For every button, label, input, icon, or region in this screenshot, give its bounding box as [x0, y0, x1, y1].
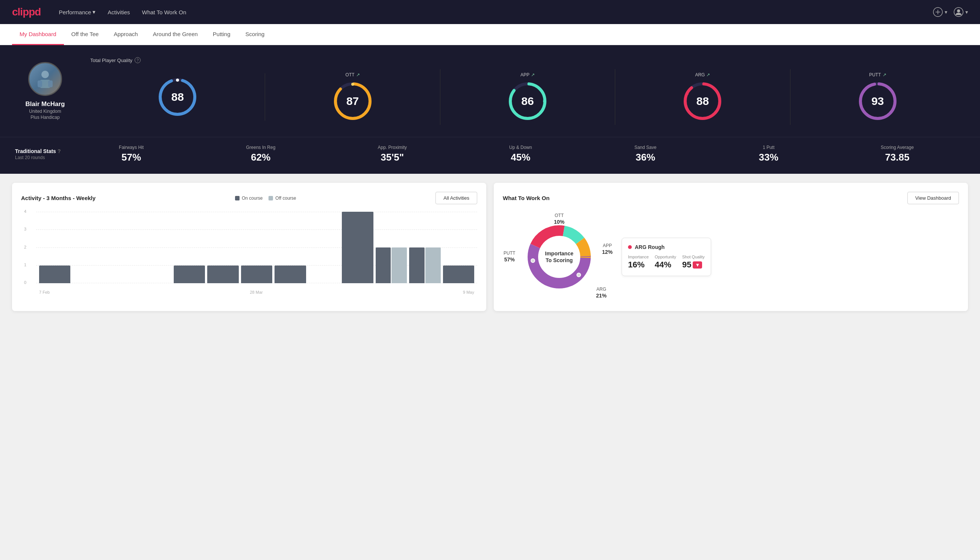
trad-help-icon[interactable]: ?	[58, 148, 61, 154]
trad-stat-sandsave: Sand Save 36%	[634, 145, 657, 163]
svg-point-30	[577, 273, 581, 277]
tab-off-the-tee[interactable]: Off the Tee	[64, 24, 106, 45]
bar-group-10	[376, 247, 407, 283]
legend-on-course: On course	[235, 195, 263, 201]
player-name: Blair McHarg	[26, 100, 65, 108]
bar-group-5	[207, 265, 238, 283]
donut-svg: Importance To Scoring	[522, 219, 597, 295]
svg-rect-8	[48, 80, 53, 87]
user-menu-button[interactable]: ▾	[953, 7, 968, 17]
info-card-title: ARG Rough	[628, 244, 705, 250]
trad-stats-subtitle: Last 20 rounds	[15, 155, 68, 160]
bar-group-2	[106, 282, 138, 283]
sub-nav-links: My Dashboard Off the Tee Approach Around…	[12, 24, 272, 45]
trad-stat-gir: Greens In Reg 62%	[246, 145, 275, 163]
bar-on-12	[443, 265, 474, 283]
bar-group-12	[443, 265, 474, 283]
svg-point-5	[42, 71, 49, 78]
bar-group-3	[140, 282, 171, 283]
svg-point-31	[531, 259, 535, 263]
top-navigation: clippd Performance ▾ Activities What To …	[0, 0, 980, 24]
trad-stats-title: Traditional Stats ?	[15, 148, 68, 154]
info-card-stats: Importance 16% Opportunity 44% Shot Qual…	[628, 255, 705, 270]
view-dashboard-button[interactable]: View Dashboard	[907, 192, 959, 204]
bar-group-9	[342, 212, 373, 283]
svg-point-14	[351, 83, 354, 86]
bar-on-4	[174, 265, 205, 283]
nav-what-to-work-on[interactable]: What To Work On	[142, 8, 186, 15]
svg-rect-7	[38, 80, 42, 87]
donut-label-app: APP 12%	[602, 242, 612, 255]
player-country: United Kingdom	[29, 109, 61, 114]
gauge-app: APP ↗ 86	[440, 69, 615, 125]
bar-off-11	[425, 247, 441, 283]
gauge-ott-value: 87	[346, 95, 359, 108]
svg-text:Importance: Importance	[545, 250, 574, 257]
trad-stat-scoring: Scoring Average 73.85	[881, 145, 914, 163]
gauge-ott-wrap: 87	[332, 80, 373, 122]
gauge-main-wrap: 88	[157, 77, 198, 118]
gauge-app-wrap: 86	[507, 80, 548, 122]
donut-label-arg: ARG 21%	[596, 285, 607, 299]
gauge-arg-value: 88	[696, 95, 709, 108]
gauge-putt-value: 93	[871, 95, 884, 108]
bar-group-8	[308, 282, 339, 283]
tab-approach[interactable]: Approach	[106, 24, 145, 45]
legend-on-course-dot	[235, 196, 240, 200]
gauge-main-value: 88	[171, 91, 184, 103]
svg-point-11	[176, 78, 179, 82]
trad-stat-proximity: App. Proximity 35'5"	[378, 145, 406, 163]
hero-section: Blair McHarg United Kingdom Plus Handica…	[0, 45, 980, 137]
bar-on-5	[207, 265, 238, 283]
bottom-section: Activity - 3 Months - Weekly On course O…	[0, 174, 980, 320]
gauge-arg-label: ARG ↗	[695, 72, 710, 77]
nav-right-actions: ▾ ▾	[933, 7, 968, 17]
sub-navigation: My Dashboard Off the Tee Approach Around…	[0, 24, 980, 45]
add-button[interactable]: ▾	[933, 7, 947, 17]
activity-legend: On course Off course	[235, 195, 296, 201]
brand-logo[interactable]: clippd	[12, 6, 41, 18]
info-stat-opportunity: Opportunity 44%	[655, 255, 676, 270]
nav-activities[interactable]: Activities	[108, 8, 130, 15]
bar-on-10	[376, 247, 391, 283]
legend-off-course-dot	[268, 196, 273, 200]
info-stat-importance: Importance 16%	[628, 255, 649, 270]
activity-card: Activity - 3 Months - Weekly On course O…	[12, 183, 486, 311]
bars-container	[36, 212, 477, 283]
bar-chart: 4 3 2 1 0 7 Feb 28 Mar 9 May	[21, 212, 477, 295]
gauge-putt-label: PUTT ↗	[869, 72, 886, 77]
player-handicap: Plus Handicap	[30, 115, 60, 120]
svg-point-20	[686, 92, 689, 95]
activity-card-header: Activity - 3 Months - Weekly On course O…	[21, 192, 477, 204]
nav-performance[interactable]: Performance ▾	[59, 8, 95, 15]
avatar	[28, 62, 62, 96]
tpq-label: Total Player Quality ?	[90, 57, 965, 63]
info-card: ARG Rough Importance 16% Opportunity 44%…	[622, 238, 711, 276]
bar-off-10	[391, 247, 407, 283]
bar-on-11	[409, 247, 424, 283]
bar-group-0	[39, 265, 70, 283]
trad-stat-updown: Up & Down 45%	[509, 145, 532, 163]
tab-putting[interactable]: Putting	[205, 24, 238, 45]
tab-around-the-green[interactable]: Around the Green	[146, 24, 205, 45]
info-card-dot	[628, 245, 632, 249]
svg-text:To Scoring: To Scoring	[546, 257, 573, 263]
trad-stats-label: Traditional Stats ? Last 20 rounds	[15, 148, 68, 160]
wtwo-card-header: What To Work On View Dashboard	[503, 192, 959, 204]
bar-group-7	[275, 265, 306, 283]
tab-scoring[interactable]: Scoring	[238, 24, 272, 45]
wtwo-card: What To Work On View Dashboard OTT 10% A…	[494, 183, 968, 311]
svg-point-27	[539, 236, 580, 278]
gauge-putt: PUTT ↗ 93	[790, 69, 965, 125]
info-stat-shot-quality: Shot Quality 95 ▼	[682, 255, 705, 270]
nav-links: Performance ▾ Activities What To Work On	[59, 8, 933, 15]
help-icon[interactable]: ?	[135, 57, 141, 63]
tab-my-dashboard[interactable]: My Dashboard	[12, 24, 64, 45]
donut-label-putt: PUTT 57%	[504, 249, 515, 263]
legend-off-course: Off course	[268, 195, 296, 201]
bar-on-9	[342, 212, 373, 283]
bar-on-6	[241, 265, 272, 283]
bar-on-7	[275, 265, 306, 283]
all-activities-button[interactable]: All Activities	[436, 192, 477, 204]
wtwo-card-title: What To Work On	[503, 195, 549, 201]
